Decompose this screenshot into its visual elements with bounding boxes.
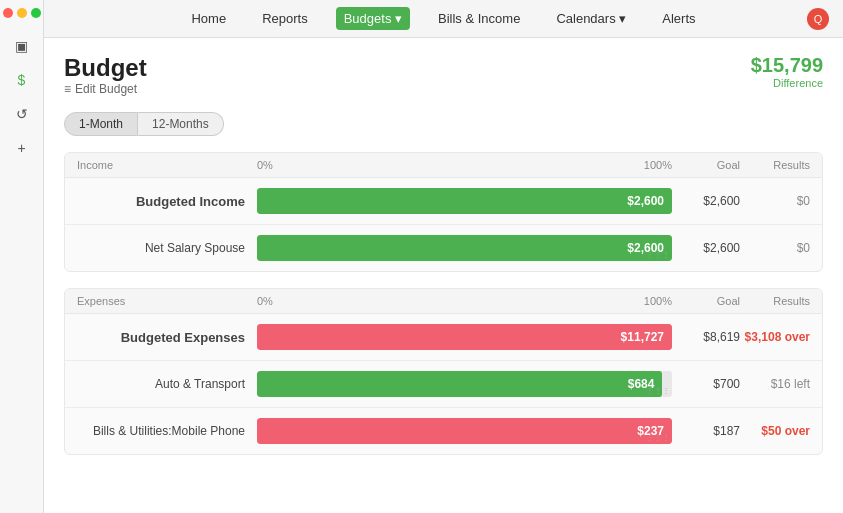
dashboard-icon[interactable]: ▣ — [8, 32, 36, 60]
nav-alerts[interactable]: Alerts — [654, 7, 703, 30]
nav-calendars[interactable]: Calendars ▾ — [548, 7, 634, 30]
expenses-goal-header: Goal — [680, 295, 740, 307]
mobile-phone-row: Bills & Utilities:Mobile Phone $237 ⋮⋮⋮ … — [65, 408, 822, 454]
scroll-indicator: ⋮⋮⋮ — [646, 250, 670, 259]
income-goal-header: Goal — [680, 159, 740, 171]
edit-icon: ≡ — [64, 82, 71, 96]
expenses-bar-header: 0% 100% — [257, 295, 672, 307]
budgeted-income-bar-container: $2,600 — [257, 188, 672, 214]
budgeted-income-row: Budgeted Income $2,600 $2,600 $0 — [65, 178, 822, 225]
budgeted-income-goal: $2,600 — [680, 194, 740, 208]
income-results-header: Results — [740, 159, 810, 171]
expenses-label: Expenses — [77, 295, 257, 307]
net-salary-spouse-row: Net Salary Spouse $2,600 ⋮⋮⋮ $2,600 $0 — [65, 225, 822, 271]
income-section: Income 0% 100% Goal Results Budgeted Inc… — [64, 152, 823, 272]
budgeted-expenses-bar: $11,727 — [257, 324, 672, 350]
difference-value: $15,799 — [751, 54, 823, 77]
nav-home[interactable]: Home — [183, 7, 234, 30]
scroll-indicator-3: ⋮⋮⋮ — [646, 433, 670, 442]
auto-transport-result: $16 left — [740, 377, 810, 391]
net-salary-spouse-result: $0 — [740, 241, 810, 255]
income-pct-left: 0% — [257, 159, 273, 171]
period-tabs: 1-Month 12-Months — [64, 112, 823, 136]
budgeted-expenses-result: $3,108 over — [740, 330, 810, 344]
mobile-phone-bar-container: $237 ⋮⋮⋮ — [257, 418, 672, 444]
minimize-button[interactable] — [17, 8, 27, 18]
expenses-section-header: Expenses 0% 100% Goal Results — [65, 289, 822, 314]
dollar-icon[interactable]: $ — [8, 66, 36, 94]
income-pct-right: 100% — [644, 159, 672, 171]
auto-transport-bar: $684 — [257, 371, 662, 397]
expenses-results-header: Results — [740, 295, 810, 307]
nav-budgets[interactable]: Budgets ▾ — [336, 7, 410, 30]
page-content: Budget ≡ Edit Budget $15,799 Difference … — [44, 38, 843, 513]
page-title: Budget — [64, 54, 147, 82]
income-bar-header: 0% 100% — [257, 159, 672, 171]
sidebar: ▣ $ ↺ + — [0, 0, 44, 513]
add-icon[interactable]: + — [8, 134, 36, 162]
income-section-header: Income 0% 100% Goal Results — [65, 153, 822, 178]
nav-reports[interactable]: Reports — [254, 7, 316, 30]
scroll-indicator-2: ⋮⋮⋮ — [646, 386, 670, 395]
budgeted-expenses-goal: $8,619 — [680, 330, 740, 344]
budgeted-income-label: Budgeted Income — [77, 194, 257, 209]
auto-transport-label: Auto & Transport — [77, 377, 257, 391]
refresh-icon[interactable]: ↺ — [8, 100, 36, 128]
close-button[interactable] — [3, 8, 13, 18]
main-content: Home Reports Budgets ▾ Bills & Income Ca… — [44, 0, 843, 513]
budgeted-expenses-row: Budgeted Expenses $11,727 $8,619 $3,108 … — [65, 314, 822, 361]
expenses-pct-right: 100% — [644, 295, 672, 307]
net-salary-spouse-bar-container: $2,600 ⋮⋮⋮ — [257, 235, 672, 261]
net-salary-spouse-goal: $2,600 — [680, 241, 740, 255]
difference-area: $15,799 Difference — [751, 54, 823, 89]
difference-label: Difference — [751, 77, 823, 89]
expenses-section: Expenses 0% 100% Goal Results Budgeted E… — [64, 288, 823, 455]
tab-1-month[interactable]: 1-Month — [64, 112, 138, 136]
auto-transport-bar-container: $684 ⋮⋮⋮ — [257, 371, 672, 397]
top-navigation: Home Reports Budgets ▾ Bills & Income Ca… — [44, 0, 843, 38]
mobile-phone-bar: $237 — [257, 418, 672, 444]
mobile-phone-result: $50 over — [740, 424, 810, 438]
traffic-lights — [3, 8, 41, 18]
auto-transport-goal: $700 — [680, 377, 740, 391]
nav-bills-income[interactable]: Bills & Income — [430, 7, 528, 30]
tab-12-months[interactable]: 12-Months — [138, 112, 224, 136]
budgeted-expenses-label: Budgeted Expenses — [77, 330, 257, 345]
edit-budget-link[interactable]: ≡ Edit Budget — [64, 82, 147, 96]
page-header: Budget ≡ Edit Budget $15,799 Difference — [64, 54, 823, 106]
title-area: Budget ≡ Edit Budget — [64, 54, 147, 106]
net-salary-spouse-label: Net Salary Spouse — [77, 241, 257, 255]
income-label: Income — [77, 159, 257, 171]
maximize-button[interactable] — [31, 8, 41, 18]
search-icon[interactable]: Q — [807, 8, 829, 30]
budgeted-expenses-bar-container: $11,727 — [257, 324, 672, 350]
budgeted-income-result: $0 — [740, 194, 810, 208]
net-salary-spouse-bar: $2,600 — [257, 235, 672, 261]
mobile-phone-goal: $187 — [680, 424, 740, 438]
expenses-pct-left: 0% — [257, 295, 273, 307]
budgeted-income-bar: $2,600 — [257, 188, 672, 214]
mobile-phone-label: Bills & Utilities:Mobile Phone — [77, 424, 257, 438]
auto-transport-row: Auto & Transport $684 ⋮⋮⋮ $700 $16 left — [65, 361, 822, 408]
